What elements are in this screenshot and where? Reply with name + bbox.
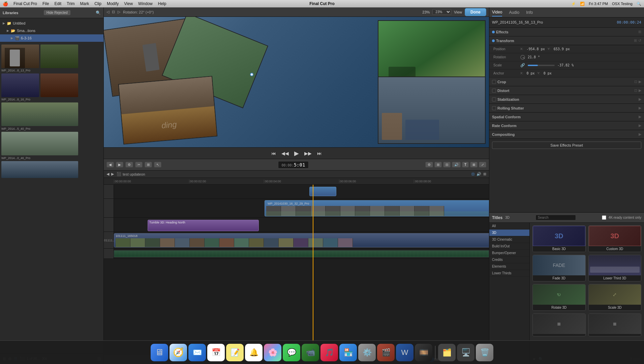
- distort-checkbox[interactable]: [492, 89, 496, 93]
- timeline-zoom-in[interactable]: ⊞: [434, 162, 442, 168]
- dock-item-safari[interactable]: 🧭: [170, 344, 187, 361]
- dock-item-misc2[interactable]: 🖥️: [457, 344, 474, 361]
- transform-section-header[interactable]: Transform ⊞ ↺: [489, 36, 644, 45]
- dock-item-music[interactable]: 🎵: [320, 344, 338, 361]
- list-item[interactable]: WP_2014...8_16_Pro: [1, 73, 102, 101]
- library-item-untitled[interactable]: ▶ 📁 Untitled: [0, 20, 103, 27]
- timeline-expand[interactable]: ⤢: [479, 162, 486, 168]
- menu-modify[interactable]: Modify: [107, 1, 119, 6]
- main-video-clip[interactable]: WP_20141030_16_32_29_Pro: [265, 200, 489, 216]
- distort-expand-icon[interactable]: ▶: [639, 88, 641, 93]
- timeline-settings-button[interactable]: ⚙: [425, 162, 433, 168]
- skip-to-start-button[interactable]: ⏮: [271, 151, 276, 156]
- effect-lowerthird3d[interactable]: Lower Third 3D: [588, 255, 642, 281]
- distort-icon[interactable]: ⊡: [634, 88, 637, 93]
- viewer-nav-next[interactable]: ▷: [118, 10, 120, 14]
- effects-search-input[interactable]: [535, 215, 576, 220]
- dock-item-facetime[interactable]: 📹: [302, 344, 319, 361]
- menu-help[interactable]: Help: [158, 1, 166, 6]
- timeline-audio-icon[interactable]: 🔊: [452, 162, 461, 168]
- anchor-y-value[interactable]: 0 px: [544, 71, 552, 75]
- dock-item-messages[interactable]: 💬: [283, 344, 300, 361]
- sequence-fwd-btn[interactable]: ▶: [111, 172, 114, 176]
- search-icon[interactable]: 🔍: [96, 10, 101, 15]
- menu-window[interactable]: Window: [138, 1, 153, 6]
- rotation-value[interactable]: 21.8 °: [528, 55, 540, 59]
- blade-tool[interactable]: ✂: [135, 162, 143, 168]
- dock-item-finder[interactable]: 🖥: [151, 344, 168, 361]
- menu-finalcutpro[interactable]: Final Cut Pro: [13, 1, 37, 6]
- library-item-date[interactable]: ▶ 🎬 6-3-16: [0, 34, 103, 42]
- compositing-section-header[interactable]: Compositing ▶: [489, 130, 644, 139]
- stabilization-section-header[interactable]: Stabilization ▶: [489, 95, 644, 104]
- timeline-fwd-button[interactable]: ▶: [116, 162, 123, 168]
- dock-item-fcpx[interactable]: 🎞️: [415, 344, 432, 361]
- dock-item-photos[interactable]: 🌸: [264, 344, 281, 361]
- timeline-xray[interactable]: ⊠: [470, 162, 478, 168]
- list-item[interactable]: WP_2014...0_46_Pro: [1, 132, 102, 160]
- rate-conform-section-header[interactable]: Rate Conform ▶: [489, 121, 644, 130]
- select-tool[interactable]: ↖: [154, 162, 161, 168]
- tab-video[interactable]: Video: [492, 8, 502, 17]
- anchor-x-value[interactable]: 0 px: [527, 71, 535, 75]
- menu-view[interactable]: View: [124, 1, 133, 6]
- position-y-value[interactable]: 653.9 px: [554, 47, 570, 51]
- list-item[interactable]: [1, 161, 102, 179]
- position-x-value[interactable]: -954.8 px: [527, 47, 545, 51]
- timeline-back-button[interactable]: ◀: [106, 162, 114, 168]
- viewer-nav-crop[interactable]: ⊡: [112, 10, 115, 14]
- compositing-expand-icon[interactable]: ▶: [639, 132, 641, 136]
- tab-audio[interactable]: Audio: [509, 9, 519, 16]
- dock-item-systemprefs[interactable]: ⚙️: [358, 344, 376, 361]
- dock-item-appstore[interactable]: 🏪: [339, 344, 357, 361]
- transform-keyframe-icon[interactable]: ⊞: [634, 38, 637, 43]
- dock-item-notes[interactable]: 📝: [226, 344, 244, 361]
- list-item[interactable]: WP_2014...8_13_Pro: [1, 44, 102, 72]
- dock-item-misc1[interactable]: 🗂️: [438, 344, 456, 361]
- rolling-shutter-section-header[interactable]: Rolling Shutter ▶: [489, 104, 644, 113]
- hide-rejected-button[interactable]: Hide Rejected: [44, 10, 70, 15]
- timeline-zoom-out[interactable]: ⊟: [443, 162, 451, 168]
- crop-icon[interactable]: ⊡: [634, 80, 637, 84]
- dock-item-mail[interactable]: ✉️: [188, 344, 206, 361]
- apple-menu[interactable]: 🍎: [3, 1, 8, 6]
- effect-custom3d[interactable]: 3D Custom 3D: [588, 225, 642, 252]
- effect-fade3d[interactable]: FADE Fade 3D: [532, 255, 586, 281]
- zoom-dropdown[interactable]: 23% 50% 100%: [432, 9, 451, 15]
- crop-expand-icon[interactable]: ▶: [639, 80, 641, 84]
- view-button[interactable]: View: [454, 10, 462, 14]
- dock-item-imoviex[interactable]: 🎬: [377, 344, 395, 361]
- effect-cat-credits[interactable]: Credits: [489, 256, 529, 263]
- skip-to-end-button[interactable]: ⏭: [317, 151, 322, 156]
- rate-conform-expand-icon[interactable]: ▶: [639, 123, 641, 128]
- save-effects-preset-button[interactable]: Save Effects Preset: [492, 142, 641, 149]
- crop-checkbox[interactable]: [492, 80, 496, 84]
- effect-cat-all[interactable]: All: [489, 223, 529, 230]
- effect-cat-3d-cinematic[interactable]: 3D Cinematic: [489, 236, 529, 243]
- effect-basic3d[interactable]: 3D Basic 3D: [532, 225, 586, 252]
- 4k-checkbox[interactable]: [602, 215, 606, 220]
- crop-section-header[interactable]: Crop ⊡ ▶: [489, 78, 644, 86]
- library-item-smartcollections[interactable]: ▶ 📂 Sma...tions: [0, 27, 103, 34]
- menu-file[interactable]: File: [42, 1, 49, 6]
- effect-cat-3d[interactable]: 3D: [489, 230, 529, 236]
- rolling-shutter-checkbox[interactable]: [492, 106, 496, 110]
- audio-lanes-icon[interactable]: 🔊: [477, 172, 481, 176]
- stabilization-expand-icon[interactable]: ▶: [639, 97, 641, 101]
- effect-thumb-7[interactable]: ■: [532, 313, 586, 336]
- rotation-dial[interactable]: [520, 55, 525, 60]
- scale-slider[interactable]: [528, 65, 555, 66]
- effect-cat-lower-thirds[interactable]: Lower Thirds: [489, 270, 529, 277]
- spatial-conform-expand-icon[interactable]: ▶: [639, 115, 641, 119]
- clip-block-small[interactable]: [309, 187, 336, 196]
- play-forward-button[interactable]: ▶▶: [304, 151, 312, 156]
- stabilization-checkbox[interactable]: [492, 97, 496, 101]
- snap-icon[interactable]: ⊡: [471, 172, 474, 176]
- play-button[interactable]: ▶: [294, 150, 299, 157]
- menu-edit[interactable]: Edit: [54, 1, 61, 6]
- scale-link-icon[interactable]: 🔗: [520, 63, 525, 67]
- distort-section-header[interactable]: Distort ⊡ ▶: [489, 86, 644, 95]
- spatial-conform-section-header[interactable]: Spatial Conform ▶: [489, 113, 644, 121]
- scale-value[interactable]: -37.82 %: [557, 63, 574, 67]
- dock-item-calendar[interactable]: 📅: [207, 344, 225, 361]
